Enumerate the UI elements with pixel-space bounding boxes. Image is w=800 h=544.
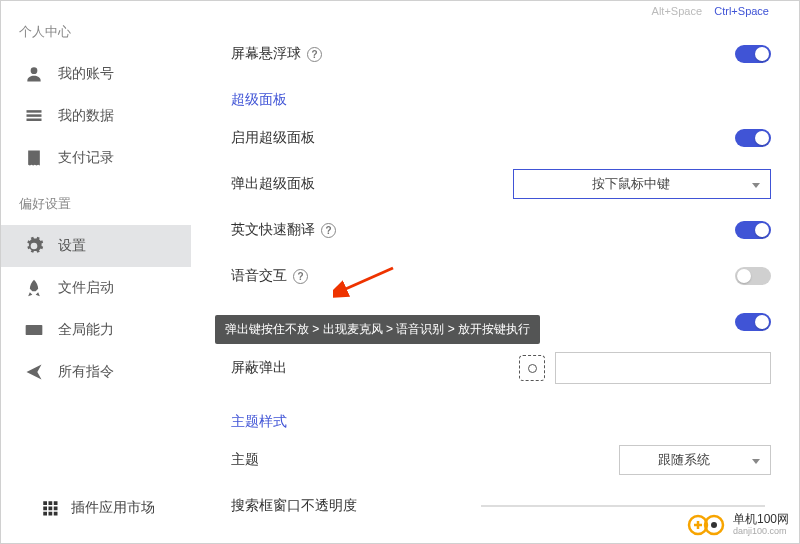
alt-space-hint: Alt+Space [652,5,702,17]
watermark: 单机100网 danji100.com [686,513,789,537]
svg-rect-1 [27,110,42,113]
svg-rect-8 [43,507,47,511]
sidebar-item-label: 我的账号 [58,65,114,83]
rocket-icon [24,278,44,298]
voice-tooltip: 弹出键按住不放 > 出现麦克风 > 语音识别 > 放开按键执行 [215,315,540,344]
watermark-logo-icon [686,513,730,537]
section-super-panel: 超级面板 [231,77,771,115]
help-icon[interactable]: ? [321,223,336,238]
sidebar-item-global[interactable]: 全局能力 [1,309,191,351]
opacity-slider[interactable] [481,505,765,507]
account-icon [24,64,44,84]
sidebar-item-launcher[interactable]: 文件启动 [1,267,191,309]
voice-label: 语音交互 [231,267,287,285]
sidebar: 个人中心 我的账号 我的数据 支付记录 偏好设置 设置 文件启动 全局能力 所有 [1,1,191,543]
help-icon[interactable]: ? [293,269,308,284]
svg-rect-9 [49,507,53,511]
floating-ball-label: 屏幕悬浮球 [231,45,301,63]
receipt-icon [24,148,44,168]
popup-panel-select[interactable]: 按下鼠标中键 [513,169,771,199]
gear-icon [24,236,44,256]
sidebar-section-preferences: 偏好设置 [1,179,191,225]
svg-point-0 [31,67,38,74]
enable-panel-label: 启用超级面板 [231,129,315,147]
popup-panel-label: 弹出超级面板 [231,175,315,193]
theme-select[interactable]: 跟随系统 [619,445,771,475]
data-icon [24,106,44,126]
watermark-cn: 单机100网 [733,513,789,526]
theme-label: 主题 [231,451,259,469]
sidebar-item-label: 设置 [58,237,86,255]
screen-popup-input[interactable] [555,352,771,384]
plugin-label: 插件应用市场 [71,499,155,517]
svg-point-19 [711,522,717,528]
svg-rect-3 [27,119,42,122]
opacity-label: 搜索框窗口不透明度 [231,497,357,515]
sidebar-item-account[interactable]: 我的账号 [1,53,191,95]
svg-rect-2 [27,114,42,117]
sidebar-item-label: 文件启动 [58,279,114,297]
floating-ball-toggle[interactable] [735,45,771,63]
svg-rect-5 [43,501,47,505]
sidebar-item-label: 支付记录 [58,149,114,167]
sidebar-item-commands[interactable]: 所有指令 [1,351,191,393]
svg-rect-12 [49,512,53,516]
hotkey-hint: Alt+Space Ctrl+Space [652,5,769,17]
sidebar-item-label: 全局能力 [58,321,114,339]
sidebar-item-payment[interactable]: 支付记录 [1,137,191,179]
help-icon[interactable]: ? [307,47,322,62]
sidebar-item-label: 我的数据 [58,107,114,125]
annotation-arrow [333,263,403,303]
sidebar-item-data[interactable]: 我的数据 [1,95,191,137]
svg-rect-7 [54,501,58,505]
capture-icon[interactable] [519,355,545,381]
voice-toggle[interactable] [735,267,771,285]
sidebar-plugin-market[interactable]: 插件应用市场 [1,483,155,529]
svg-line-14 [341,268,393,291]
english-quick-label: 英文快速翻译 [231,221,315,239]
main-content: Alt+Space Ctrl+Space 屏幕悬浮球 ? 超级面板 启用超级面板… [191,1,799,543]
svg-rect-4 [26,325,43,335]
svg-rect-6 [49,501,53,505]
svg-rect-10 [54,507,58,511]
sidebar-item-label: 所有指令 [58,363,114,381]
svg-rect-11 [43,512,47,516]
sidebar-section-personal: 个人中心 [1,19,191,53]
keyboard-icon [24,320,44,340]
sidebar-item-settings[interactable]: 设置 [1,225,191,267]
watermark-en: danji100.com [733,527,789,537]
section-theme: 主题样式 [231,391,771,437]
send-icon [24,362,44,382]
svg-rect-13 [54,512,58,516]
apps-icon [41,499,59,517]
enable-panel-toggle[interactable] [735,129,771,147]
english-quick-toggle[interactable] [735,221,771,239]
ctrl-space-hint: Ctrl+Space [714,5,769,17]
hidden-row-toggle[interactable] [735,313,771,331]
screen-popup-label: 屏蔽弹出 [231,359,287,377]
